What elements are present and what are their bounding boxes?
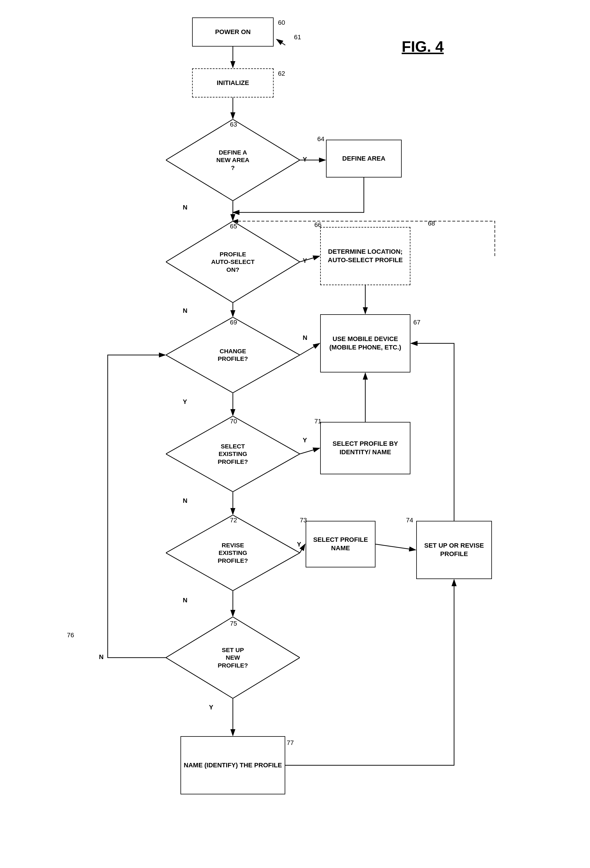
- ref-60: 60: [278, 19, 285, 27]
- svg-marker-0: [166, 119, 300, 201]
- svg-marker-3: [166, 416, 300, 492]
- label-n-autoselect: N: [183, 307, 188, 314]
- ref-73: 73: [300, 517, 307, 524]
- label-n-revise-existing: N: [183, 596, 188, 604]
- ref-71: 71: [314, 418, 321, 425]
- select-profile-name-box: SELECT PROFILE NAME: [306, 521, 376, 567]
- ref-70: 70: [230, 418, 237, 425]
- initialize-box: INITIALIZE: [192, 68, 274, 97]
- svg-marker-4: [166, 515, 300, 591]
- ref-69: 69: [230, 319, 237, 326]
- ref-72: 72: [230, 517, 237, 524]
- change-profile-diamond: CHANGEPROFILE?: [166, 317, 300, 393]
- svg-line-14: [300, 343, 319, 355]
- ref-63: 63: [230, 121, 237, 128]
- select-profile-id-box: SELECT PROFILE BY IDENTITY/ NAME: [320, 422, 410, 474]
- label-n-define-area: N: [183, 204, 188, 211]
- svg-marker-2: [166, 317, 300, 393]
- set-up-revise-box: SET UP OR REVISE PROFILE: [416, 521, 492, 579]
- ref-67: 67: [413, 319, 420, 326]
- svg-line-16: [300, 448, 319, 454]
- svg-line-23: [277, 39, 285, 45]
- ref-74: 74: [406, 517, 413, 524]
- ref-68: 68: [428, 220, 435, 227]
- setup-new-diamond: SET UPNEWPROFILE?: [166, 617, 300, 698]
- label-y-select-existing: Y: [303, 437, 307, 444]
- define-area-diamond: DEFINE ANEW AREA?: [166, 119, 300, 201]
- label-y-change-profile: Y: [183, 398, 187, 406]
- label-y-setup-new: Y: [209, 704, 213, 711]
- revise-existing-diamond: REVISEEXISTINGPROFILE?: [166, 515, 300, 591]
- figure-title: FIG. 4: [402, 38, 444, 55]
- define-area-box: DEFINE AREA: [326, 140, 402, 177]
- svg-line-20: [376, 544, 416, 550]
- ref-61: 61: [294, 34, 301, 41]
- ref-75: 75: [230, 620, 237, 627]
- use-mobile-box: USE MOBILE DEVICE (MOBILE PHONE, ETC.): [320, 314, 410, 372]
- diagram-container: FIG. 4 POWER ON 60 61 INITIALIZE 62 DEFI…: [0, 0, 590, 868]
- ref-66: 66: [314, 221, 321, 229]
- profile-autoselect-diamond: PROFILEAUTO-SELECTON?: [166, 221, 300, 303]
- ref-64: 64: [317, 135, 324, 143]
- ref-76: 76: [67, 632, 74, 639]
- label-y-autoselect: Y: [303, 257, 307, 264]
- label-y-revise-existing: Y: [297, 541, 301, 548]
- determine-location-box: DETERMINE LOCATION; AUTO-SELECT PROFILE: [320, 227, 410, 285]
- label-y-define-area: Y: [303, 156, 307, 163]
- name-profile-box: NAME (IDENTIFY) THE PROFILE: [180, 736, 285, 794]
- ref-65: 65: [230, 223, 237, 230]
- ref-77: 77: [287, 739, 294, 747]
- svg-marker-1: [166, 221, 300, 303]
- label-n-select-existing: N: [183, 497, 188, 505]
- label-n-setup-new: N: [99, 653, 104, 661]
- svg-marker-5: [166, 617, 300, 698]
- ref-62: 62: [278, 70, 285, 77]
- label-n-change-profile: N: [303, 334, 308, 342]
- power-on-box: POWER ON: [192, 18, 274, 47]
- select-existing-diamond: SELECTEXISTINGPROFILE?: [166, 416, 300, 492]
